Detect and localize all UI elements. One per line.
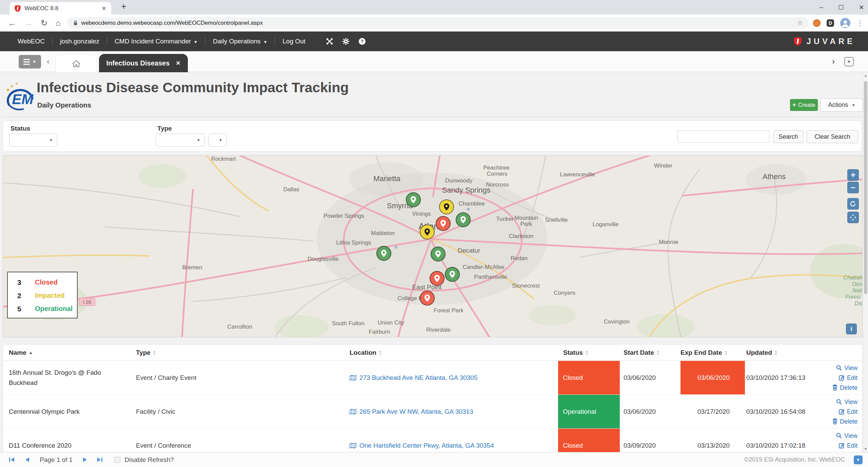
nav-item-josh-gonzalez[interactable]: josh.gonzalez [53,38,107,45]
column-header-label: Updated [746,349,772,356]
map-marker-operational[interactable] [376,246,391,261]
window-minimize-button[interactable]: – [820,3,823,11]
view-link[interactable]: View [836,397,857,406]
window-close-button[interactable]: ✕ [859,4,864,11]
column-header-start-date[interactable]: Start Date ▲▼ [624,345,678,361]
zoom-out-button[interactable]: − [847,182,859,193]
profile-avatar[interactable] [840,18,850,28]
map-marker-closed[interactable] [436,216,451,231]
browser-menu-icon[interactable]: ⋮ [856,19,863,27]
expand-icon[interactable] [326,38,333,45]
nav-item-log-out[interactable]: Log Out [275,38,313,45]
tab-close-icon[interactable]: ✕ [101,5,106,12]
map-marker-operational[interactable] [445,267,460,282]
clear-search-button[interactable]: Clear Search [807,130,858,143]
control-panel-menu-button[interactable]: ▼ [19,55,41,69]
help-icon[interactable]: ? [358,38,366,45]
tab-home[interactable] [56,55,97,72]
gear-icon[interactable] [342,38,350,45]
edit-icon [839,375,845,381]
scrollbar-down-icon[interactable]: ▼ [863,447,868,451]
popout-window-icon[interactable]: ▼ [844,57,854,66]
column-header-status[interactable]: Status ▲▼ [558,345,620,361]
highway-shield-i20: I 20 [79,298,95,306]
search-input[interactable] [677,130,769,143]
footer-panel-toggle-icon[interactable]: ▼ [854,455,863,464]
cell-location[interactable]: 273 Buckhead Ave NE Atlanta, GA 30305 [350,361,553,394]
delete-link[interactable]: Delete [832,417,857,426]
window-maximize-button[interactable] [839,5,843,9]
actions-button[interactable]: Actions ▼ [821,98,863,112]
zoom-in-button[interactable]: + [847,169,859,181]
sort-icon: ▲▼ [724,350,727,355]
page-scrollbar[interactable]: ▲ ▼ [863,72,868,452]
edit-link[interactable]: Edit [839,407,857,416]
pin-icon [443,203,450,211]
close-tab-icon[interactable]: ✕ [176,60,180,67]
scrollbar-thumb[interactable] [864,81,867,294]
cell-location[interactable]: 265 Park Ave W NW, Atlanta, GA 30313 [350,395,553,428]
disable-refresh-checkbox[interactable] [114,457,120,463]
map-refresh-button[interactable] [847,198,859,210]
cell-exp-end-date: 03/17/2020 [680,395,745,428]
scrollbar-up-icon[interactable]: ▲ [863,74,868,77]
column-header-location[interactable]: Location ▲▼ [350,345,553,361]
lock-icon [73,20,78,26]
column-header-updated[interactable]: Updated ▲▼ [746,345,826,361]
search-button[interactable]: Search [773,130,803,143]
cell-status: Operational [558,395,620,428]
page-title: Infectious Disease Community Impact Trac… [37,80,349,96]
first-page-button[interactable] [9,457,15,462]
tabs-scroll-right-icon[interactable]: › [832,57,835,66]
legend-row: 5 Operational [8,302,77,315]
home-icon-browser[interactable]: ⌂ [56,18,61,28]
map-marker-impacted[interactable] [439,199,454,214]
edit-link[interactable]: Edit [839,373,857,382]
type-subfilter-select[interactable]: ▼ [208,134,227,147]
map-marker-operational[interactable] [431,247,446,261]
map-info-button[interactable]: i [846,324,857,334]
location-link[interactable]: 273 Buckhead Ave NE Atlanta, GA 30305 [359,374,477,382]
location-link[interactable]: One Hartsfield Center Pkwy, Atlanta, GA … [359,442,494,449]
map[interactable]: RockmartDallasPowder SpringsMariettaDunw… [3,155,863,337]
view-link[interactable]: View [836,364,857,372]
map-marker-operational[interactable] [456,212,471,227]
next-page-button[interactable] [83,457,87,462]
nav-item-daily-operations[interactable]: Daily Operations ▼ [205,38,275,45]
column-header-label: Exp End Date [680,349,722,356]
bookmark-star-icon[interactable]: ☆ [797,19,803,27]
last-page-button[interactable] [97,457,103,462]
delete-link[interactable]: Delete [832,383,857,392]
view-link[interactable]: View [836,431,857,440]
location-link[interactable]: 265 Park Ave W NW, Atlanta, GA 30313 [359,408,473,415]
tab-infectious-diseases[interactable]: Infectious Diseases ✕ [99,54,188,72]
status-filter-select[interactable]: ▼ [9,134,57,147]
nav-item-cmd-incident-commander[interactable]: CMD Incident Commander ▼ [107,38,205,45]
pin-icon [380,249,388,257]
map-marker-closed[interactable] [430,271,445,286]
create-button[interactable]: + Create [790,99,818,111]
nav-item-webeoc[interactable]: WebEOC [10,38,52,45]
reload-icon[interactable]: ↻ [41,18,47,28]
map-pan-button[interactable] [847,212,859,223]
forward-icon[interactable]: → [24,18,33,28]
column-header-name[interactable]: Name ▲ [9,345,124,361]
edit-link[interactable]: Edit [839,441,857,450]
column-header-exp-end-date[interactable]: Exp End Date ▲▼ [680,345,745,361]
type-filter-select[interactable]: ▼ [156,134,205,147]
extension-icon-2[interactable]: D [827,19,834,27]
column-header-type[interactable]: Type ▲▼ [136,345,339,361]
map-marker-closed[interactable] [420,291,435,306]
previous-page-button[interactable] [25,457,29,462]
screen: WebEOC 8.8 ✕ + – ✕ ← → ↻ ⌂ webeocdemo.de… [0,0,868,467]
content-area: EM ★ ★ ★ Infectious Disease Community Im… [0,72,868,452]
browser-tab[interactable]: WebEOC 8.8 ✕ [9,2,111,15]
new-tab-button[interactable]: + [118,1,130,12]
back-icon[interactable]: ← [8,18,16,28]
pin-icon [449,270,456,278]
map-marker-operational[interactable] [406,192,421,207]
address-bar[interactable]: webeocdemo.demo.webeocasp.com/WebEOCDemo… [67,17,808,29]
extension-icon-1[interactable] [813,19,821,27]
tabs-scroll-left-icon[interactable]: ‹ [47,57,50,66]
map-marker-impacted[interactable] [420,225,435,239]
